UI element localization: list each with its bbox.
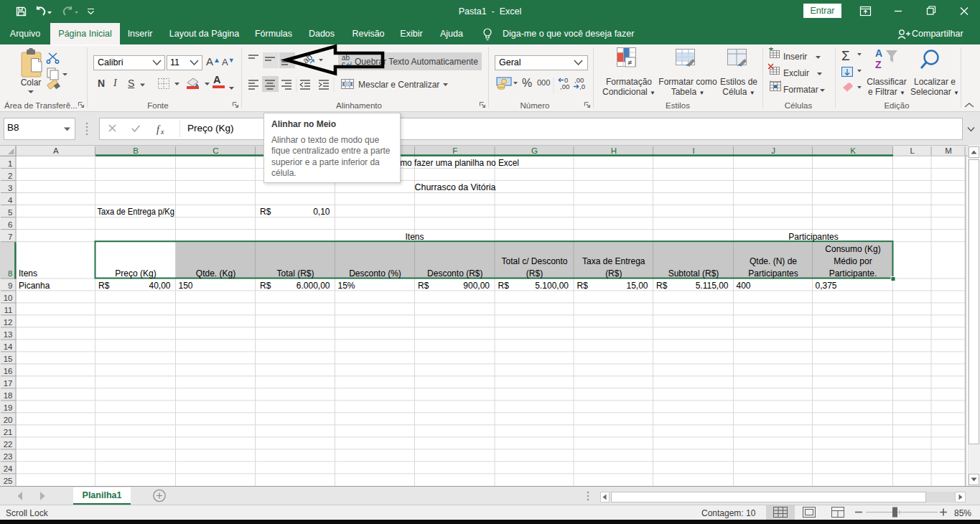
svg-text:Participantes: Participantes	[748, 268, 798, 279]
svg-text:A: A	[53, 146, 59, 155]
svg-text:17: 17	[4, 379, 13, 388]
svg-text:R$: R$	[577, 281, 589, 291]
svg-text:40,00: 40,00	[149, 281, 170, 291]
svg-text:5.100,00: 5.100,00	[535, 281, 569, 291]
svg-text:Médio por: Médio por	[834, 256, 872, 266]
svg-text:Qtde. (Kg): Qtde. (Kg)	[196, 268, 235, 279]
svg-text:15,00: 15,00	[626, 281, 648, 291]
svg-text:0,10: 0,10	[313, 207, 330, 217]
svg-text:7: 7	[8, 233, 12, 241]
svg-text:(R$): (R$)	[605, 268, 622, 279]
svg-text:9: 9	[8, 281, 12, 290]
svg-text:5: 5	[8, 208, 12, 217]
svg-text:10: 10	[4, 294, 13, 302]
svg-text:15%: 15%	[338, 281, 355, 291]
svg-text:23: 23	[4, 452, 13, 461]
svg-text:22: 22	[4, 440, 13, 449]
svg-text:Participante.: Participante.	[829, 268, 877, 279]
svg-text:Como fazer uma planilha no Exc: Como fazer uma planilha no Excel	[389, 158, 519, 168]
svg-text:R$: R$	[418, 281, 429, 291]
svg-text:C: C	[213, 146, 218, 155]
svg-text:15: 15	[4, 355, 13, 363]
svg-text:R$: R$	[498, 281, 510, 291]
svg-text:900,00: 900,00	[463, 281, 490, 291]
svg-text:24: 24	[4, 464, 13, 473]
svg-text:B: B	[133, 146, 139, 155]
svg-text:Qtde. (N) de: Qtde. (N) de	[750, 256, 797, 266]
svg-text:(R$): (R$)	[526, 268, 543, 279]
svg-text:Subtotal (R$): Subtotal (R$)	[668, 268, 719, 279]
svg-text:J: J	[771, 146, 775, 155]
svg-text:14: 14	[4, 342, 13, 351]
svg-text:L: L	[910, 146, 915, 155]
svg-text:R$: R$	[656, 281, 668, 291]
svg-text:3: 3	[8, 184, 12, 192]
svg-text:Itens: Itens	[19, 268, 37, 279]
svg-text:Churrasco da Vitória: Churrasco da Vitória	[415, 182, 496, 192]
svg-text:Desconto (R$): Desconto (R$)	[427, 268, 482, 279]
svg-text:8: 8	[8, 269, 12, 278]
svg-text:H: H	[611, 146, 617, 155]
svg-text:12: 12	[4, 318, 13, 327]
svg-text:Preço (Kg): Preço (Kg)	[115, 268, 156, 279]
svg-text:0,375: 0,375	[816, 281, 837, 291]
svg-text:Participantes: Participantes	[788, 232, 838, 242]
svg-text:6: 6	[8, 220, 12, 229]
svg-text:F: F	[452, 146, 457, 155]
svg-text:150: 150	[179, 281, 193, 291]
svg-text:2: 2	[8, 172, 12, 180]
svg-text:Total c/ Desconto: Total c/ Desconto	[501, 256, 567, 266]
svg-text:400: 400	[737, 281, 751, 291]
svg-text:Taxa de Entrega: Taxa de Entrega	[582, 256, 645, 266]
svg-text:R$: R$	[260, 207, 271, 217]
svg-text:20: 20	[4, 416, 13, 424]
svg-text:11: 11	[4, 306, 13, 314]
svg-text:16: 16	[4, 367, 13, 375]
svg-text:19: 19	[4, 403, 13, 412]
svg-text:Consumo (Kg): Consumo (Kg)	[825, 244, 880, 254]
svg-text:K: K	[850, 146, 856, 155]
svg-text:18: 18	[4, 391, 13, 400]
svg-text:M: M	[945, 146, 952, 155]
svg-text:G: G	[531, 146, 538, 155]
svg-text:5.115,00: 5.115,00	[696, 281, 729, 291]
svg-text:R$: R$	[98, 281, 110, 291]
svg-text:I: I	[692, 146, 694, 155]
svg-text:Desconto (%): Desconto (%)	[349, 268, 401, 279]
svg-text:R$: R$	[260, 281, 271, 291]
svg-text:25: 25	[4, 477, 13, 485]
svg-text:21: 21	[4, 428, 13, 436]
svg-text:Taxa de Entrega p/Kg: Taxa de Entrega p/Kg	[98, 207, 175, 217]
svg-text:6.000,00: 6.000,00	[297, 281, 330, 291]
svg-text:Itens: Itens	[405, 232, 424, 242]
svg-text:Picanha: Picanha	[19, 281, 50, 291]
svg-text:13: 13	[4, 330, 13, 339]
svg-text:1: 1	[8, 159, 12, 168]
svg-text:Total (R$): Total (R$)	[276, 268, 314, 279]
svg-text:4: 4	[8, 196, 13, 205]
